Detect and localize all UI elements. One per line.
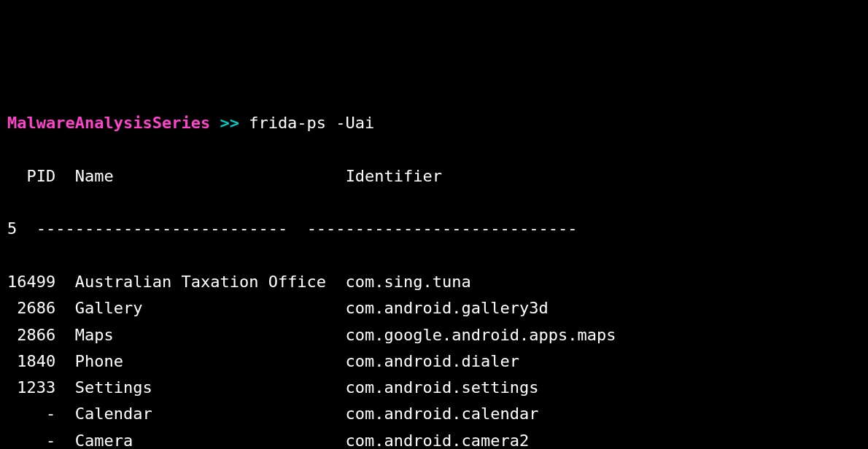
prompt-directory: MalwareAnalysisSeries [7, 110, 210, 136]
table-row: 1233 Settings com.android.settings [7, 375, 861, 401]
cell-pid: 2866 [7, 326, 55, 344]
cell-pid: 2686 [7, 299, 55, 317]
table-row: 2686 Gallery com.android.gallery3d [7, 295, 861, 321]
cell-name: Camera [75, 432, 326, 449]
prompt-line[interactable]: MalwareAnalysisSeries >> frida-ps -Uai [7, 110, 861, 136]
table-row: 2866 Maps com.google.android.apps.maps [7, 322, 861, 348]
table-row: - Camera com.android.camera2 [7, 428, 861, 449]
header-pid: PID [27, 167, 56, 185]
cell-name: Settings [75, 378, 326, 397]
table-row: - Calendar com.android.calendar [7, 401, 861, 427]
cell-pid: 1840 [7, 352, 55, 370]
cell-pid: - [7, 405, 55, 423]
cell-name: Maps [75, 326, 326, 344]
cell-name: Australian Taxation Office [75, 273, 326, 291]
command-text: frida-ps -Uai [249, 110, 374, 136]
cell-identifier: com.android.calendar [346, 405, 539, 423]
cell-identifier: com.sing.tuna [346, 273, 471, 291]
header-identifier: Identifier [346, 167, 442, 185]
cell-name: Calendar [75, 405, 326, 423]
cell-identifier: com.android.settings [346, 378, 539, 397]
cell-pid: 1233 [7, 378, 55, 397]
table-row: 1840 Phone com.android.dialer [7, 348, 861, 375]
header-name: Name [75, 167, 114, 185]
cell-pid: 16499 [7, 273, 55, 291]
divider-identifier: ---------------------------- [307, 219, 578, 238]
cell-identifier: com.android.dialer [346, 352, 519, 370]
divider-name: -------------------------- [36, 219, 287, 238]
cell-name: Phone [75, 352, 326, 370]
table-divider: 5 -------------------------- -----------… [7, 216, 861, 242]
cell-pid: - [7, 432, 55, 449]
table-row: 16499 Australian Taxation Office com.sin… [7, 269, 861, 295]
cell-identifier: com.android.camera2 [346, 432, 530, 449]
gutter-number: 5 [7, 219, 17, 238]
cell-identifier: com.google.android.apps.maps [346, 326, 616, 344]
table-header: PID Name Identifier [7, 163, 861, 190]
prompt-separator: >> [210, 110, 249, 136]
cell-name: Gallery [75, 299, 326, 317]
cell-identifier: com.android.gallery3d [346, 299, 549, 317]
